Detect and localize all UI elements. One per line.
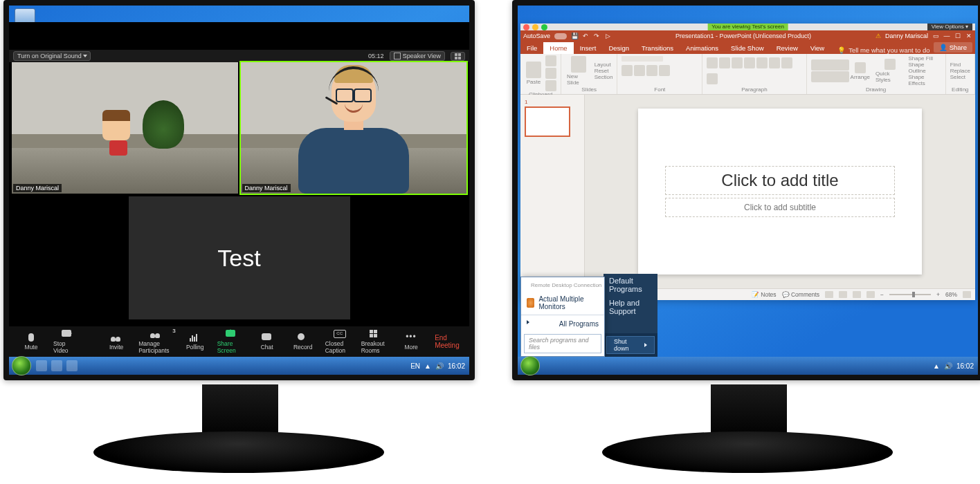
breakout-rooms-button[interactable]: Breakout Rooms [357, 326, 393, 357]
amm-item[interactable]: Actual Multiple Monitors [521, 292, 604, 313]
original-sound-toggle[interactable]: Turn on Original Sound [13, 51, 91, 61]
bold-icon[interactable] [621, 65, 633, 76]
video-tile-self[interactable]: Danny Mariscal [12, 62, 238, 194]
tab-animations[interactable]: Animations [680, 42, 725, 54]
align-left-icon[interactable] [756, 57, 768, 68]
autosave-switch-icon[interactable] [554, 33, 567, 39]
font-color-icon[interactable] [659, 65, 670, 76]
shape-outline-button[interactable]: Shape Outline [908, 62, 941, 74]
mac-zoom-icon[interactable] [541, 24, 547, 30]
line-spacing-icon[interactable] [707, 73, 718, 84]
all-programs-button[interactable]: All Programs [521, 317, 604, 331]
select-button[interactable]: Select [950, 74, 970, 80]
manage-participants-button[interactable]: 3Manage Participants [134, 326, 177, 357]
language-indicator[interactable]: EN [410, 362, 420, 370]
close-icon[interactable]: ✕ [965, 32, 972, 39]
view-options-button[interactable]: View Options ▾ [927, 24, 972, 30]
tab-insert[interactable]: Insert [574, 42, 603, 54]
ribbon-options-icon[interactable]: ▭ [932, 32, 939, 39]
help-support-item[interactable]: Help and Support [604, 296, 657, 318]
fit-to-window-icon[interactable] [963, 291, 971, 298]
outdent-icon[interactable] [744, 57, 755, 68]
start-search-input[interactable]: Search programs and files [524, 334, 601, 353]
tab-review[interactable]: Review [770, 42, 804, 54]
closed-caption-button[interactable]: CCClosed Caption [321, 326, 357, 357]
replace-button[interactable]: Replace [950, 68, 970, 74]
autosave-toggle[interactable]: AutoSave [523, 32, 550, 39]
tab-design[interactable]: Design [602, 42, 635, 54]
copy-icon[interactable] [545, 68, 556, 79]
tray-icon[interactable]: ▲ [424, 362, 431, 370]
paste-button[interactable]: Paste [525, 61, 543, 86]
cut-icon[interactable] [545, 55, 556, 66]
undo-icon[interactable]: ↶ [582, 32, 589, 39]
mac-minimize-icon[interactable] [532, 24, 538, 30]
recent-item[interactable]: Remote Desktop Connection [521, 277, 604, 292]
stop-video-button[interactable]: Stop Video [49, 326, 85, 357]
slideshow-view-icon[interactable] [866, 291, 875, 298]
bullets-icon[interactable] [707, 57, 718, 68]
more-button[interactable]: •••More [393, 326, 429, 357]
normal-view-icon[interactable] [825, 291, 833, 298]
align-center-icon[interactable] [769, 57, 780, 68]
comments-button[interactable]: 💬 Comments [782, 291, 819, 298]
tab-slideshow[interactable]: Slide Show [725, 42, 770, 54]
indent-icon[interactable] [732, 57, 743, 68]
arrange-button[interactable]: Arrange [849, 62, 871, 81]
sorter-view-icon[interactable] [839, 291, 847, 298]
tab-transitions[interactable]: Transitions [635, 42, 680, 54]
tell-me-search[interactable]: 💡Tell me what you want to do [831, 46, 930, 54]
slide-canvas[interactable]: Click to add title Click to add subtitle [585, 95, 975, 288]
tab-view[interactable]: View [804, 42, 831, 54]
align-right-icon[interactable] [781, 57, 792, 68]
new-slide-button[interactable]: New Slide [565, 55, 592, 86]
share-button[interactable]: 👤Share [934, 42, 972, 53]
video-tile-active[interactable]: Danny Mariscal [241, 62, 467, 194]
reading-view-icon[interactable] [853, 291, 861, 298]
taskbar-app-icon[interactable] [66, 360, 78, 371]
start-button[interactable] [12, 356, 31, 375]
numbering-icon[interactable] [719, 57, 730, 68]
end-meeting-button[interactable]: End Meeting [429, 334, 465, 349]
shape-effects-button[interactable]: Shape Effects [908, 74, 941, 86]
shutdown-button[interactable]: Shut down [606, 336, 655, 354]
title-placeholder[interactable]: Click to add title [665, 166, 895, 195]
redo-icon[interactable]: ↷ [593, 32, 600, 39]
zoom-slider[interactable] [889, 294, 931, 295]
taskbar-app-icon[interactable] [51, 360, 62, 371]
quick-styles-button[interactable]: Quick Styles [874, 58, 905, 84]
tab-file[interactable]: File [520, 42, 543, 54]
tray-icon[interactable]: ▲ [933, 362, 940, 370]
reset-button[interactable]: Reset [595, 68, 613, 74]
maximize-icon[interactable]: ☐ [954, 32, 961, 39]
chat-button[interactable]: Chat [249, 326, 285, 357]
layout-button[interactable]: Layout [595, 62, 613, 68]
underline-icon[interactable] [646, 65, 657, 76]
taskbar-app-icon[interactable] [36, 360, 47, 371]
zoom-out-button[interactable]: − [880, 291, 884, 298]
user-name[interactable]: Danny Mariscal [885, 32, 928, 39]
clock[interactable]: 16:02 [956, 362, 974, 370]
slideshow-icon[interactable]: ▷ [604, 32, 611, 39]
clock[interactable]: 16:02 [448, 362, 465, 370]
mac-close-icon[interactable] [523, 24, 529, 30]
slide-thumb-1[interactable] [525, 106, 570, 137]
invite-button[interactable]: Invite [98, 326, 134, 357]
save-icon[interactable]: 💾 [571, 32, 578, 39]
tab-home[interactable]: Home [543, 42, 573, 54]
polling-button[interactable]: Polling [177, 326, 213, 357]
start-button[interactable] [520, 356, 540, 375]
notes-button[interactable]: 📝 Notes [752, 291, 777, 298]
share-screen-button[interactable]: Share Screen [213, 326, 249, 357]
font-selector[interactable] [621, 56, 663, 62]
shape-fill-button[interactable]: Shape Fill [908, 55, 941, 62]
default-programs-item[interactable]: Default Programs [604, 274, 657, 296]
tray-icon[interactable]: 🔊 [435, 362, 444, 370]
record-button[interactable]: Record [285, 326, 321, 357]
minimize-icon[interactable]: — [943, 32, 950, 39]
mute-button[interactable]: Mute [13, 326, 49, 357]
section-button[interactable]: Section [595, 74, 613, 80]
speaker-view-button[interactable]: Speaker View [390, 51, 445, 61]
tray-icon[interactable]: 🔊 [944, 362, 952, 370]
shapes-gallery[interactable] [811, 59, 846, 82]
